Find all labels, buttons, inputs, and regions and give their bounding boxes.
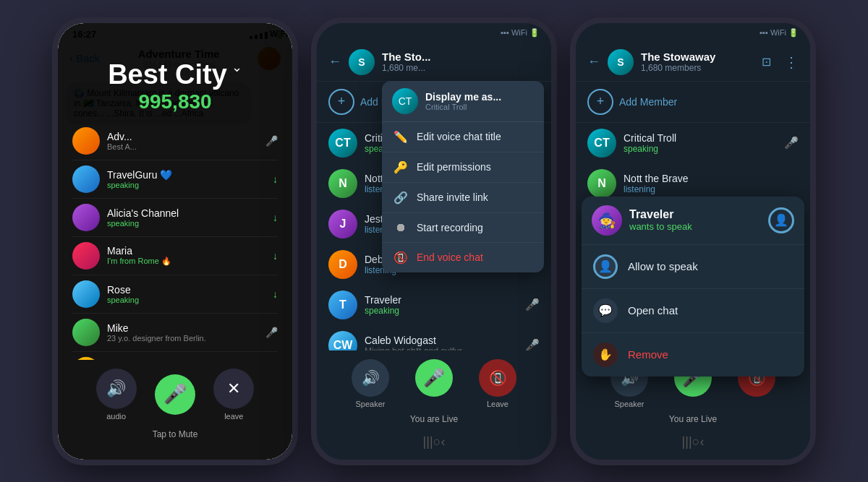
hand-raise-symbol: 👤: [774, 213, 788, 227]
ctx-end-voice-chat[interactable]: 📵 End voice chat: [382, 243, 544, 272]
mic-main-button[interactable]: 🎤: [415, 359, 453, 408]
live-text: You are Live: [669, 414, 717, 424]
ctx-item-label: Start recording: [417, 222, 483, 233]
more-icon[interactable]: ⋮: [784, 53, 799, 71]
link-icon: 🔗: [393, 191, 408, 205]
add-member-icon: +: [587, 89, 613, 115]
tg-back-button[interactable]: ←: [587, 54, 600, 69]
participant-avatar: [72, 319, 100, 346]
audio-button[interactable]: 🔊 audio: [96, 369, 137, 421]
participant-name: Adv...: [107, 131, 265, 142]
remove-icon: ✋: [593, 343, 618, 367]
tg-group-name: The Stowaway: [641, 51, 754, 63]
mic-icon: ↓: [273, 173, 278, 185]
participant-name: Nott the Brave: [624, 173, 799, 184]
participant-info: TravelGuru 💙 speaking: [107, 169, 273, 189]
leave-circle: ✕: [213, 369, 254, 409]
voice-participant: Alicia's Channel speaking ↓: [72, 199, 278, 237]
leave-circle: 📵: [479, 359, 516, 397]
record-icon: ⏺: [393, 221, 408, 234]
chevron-down-icon[interactable]: ⌄: [231, 59, 242, 75]
mic-icon: 🎤: [784, 136, 799, 150]
voice-participant: Rose speaking ↓: [72, 275, 278, 314]
mic-icon: 🎤: [525, 338, 540, 350]
nav-back-btn[interactable]: ‹: [699, 434, 704, 449]
phone2-screen: ▪▪▪ WiFi 🔋 ← S The Sto... 1,680 me... + …: [317, 23, 551, 460]
tg-group-members: 1,680 members: [641, 63, 754, 73]
allow-to-speak-action[interactable]: 👤 Allow to speak: [582, 245, 804, 289]
participant-info: Critical Troll speaking: [624, 132, 777, 154]
mic-main-circle: 🎤: [415, 359, 453, 397]
raise-hand-icon: 👤: [768, 207, 794, 233]
participant-avatar: [72, 165, 100, 193]
tg-participant: T Traveler speaking 🎤: [317, 285, 551, 325]
audio-label: audio: [106, 412, 126, 421]
tg-header: ← S The Stowaway 1,680 members ⊡ ⋮: [576, 43, 810, 82]
remove-action[interactable]: ✋ Remove: [582, 333, 804, 376]
participant-avatar: T: [328, 291, 357, 319]
chat-icon: 💬: [593, 298, 618, 323]
leave-label: Leave: [487, 400, 509, 408]
participant-avatar: N: [328, 169, 357, 198]
participant-name: TravelGuru 💙: [107, 169, 273, 181]
popup-title-info: Traveler wants to speak: [629, 208, 692, 232]
participant-avatar: [72, 127, 100, 155]
participant-info: Maria I'm from Rome 🔥: [107, 245, 273, 266]
live-text: You are Live: [410, 414, 458, 424]
participant-status: speaking: [107, 296, 273, 304]
screen-share-icon[interactable]: ⊡: [762, 55, 771, 69]
participant-info: Traveler speaking: [365, 294, 518, 316]
participant-status: speaking: [107, 181, 273, 189]
tg-participant: CT Critical Troll speaking 🎤: [576, 123, 810, 163]
speaker-circle: 🔊: [352, 359, 389, 397]
popup-user-name: Traveler: [629, 208, 692, 221]
remove-label: Remove: [628, 348, 668, 361]
add-member-text: Add Member: [619, 96, 677, 108]
participant-name: Alicia's Channel: [107, 207, 273, 219]
participant-status: listening: [624, 184, 799, 194]
leave-button[interactable]: 📵 Leave: [479, 359, 516, 408]
mic-icon: ↓: [273, 288, 278, 300]
ctx-item-label: Edit permissions: [417, 161, 491, 173]
city-name: Best City: [108, 59, 227, 90]
tg-add-member[interactable]: + Add Member: [576, 82, 810, 123]
participant-name: Mike: [107, 322, 265, 334]
participant-name: Caleb Widogast: [365, 335, 518, 346]
tg-header-info: The Sto... 1,680 me...: [382, 51, 540, 73]
speaker-button[interactable]: 🔊 Speaker: [352, 359, 389, 408]
voice-participants-list: Adv... Best A... 🎤 TravelGuru 💙 speaking…: [72, 122, 278, 360]
nav-back-btn[interactable]: ‹: [441, 434, 445, 449]
nav-menu-btn[interactable]: |||: [423, 434, 433, 449]
nav-home-btn[interactable]: ○: [692, 434, 700, 449]
tg-participant: CW Caleb Widogast Mixing bat sh*t and su…: [317, 325, 551, 350]
popup-header: 🧙 Traveler wants to speak 👤: [582, 197, 804, 245]
open-chat-label: Open chat: [628, 304, 678, 317]
participant-avatar: CW: [328, 331, 357, 350]
participant-status: I'm from Rome 🔥: [107, 257, 273, 266]
mic-main-button[interactable]: 🎤: [155, 374, 195, 415]
ctx-title-info: Display me as... Critical Troll: [425, 91, 501, 111]
tg-group-name: The Sto...: [382, 51, 540, 63]
ctx-edit-permissions[interactable]: 🔑 Edit permissions: [382, 152, 544, 183]
participant-info: Caleb Widogast Mixing bat sh*t and sulfu…: [365, 335, 518, 350]
phones-container: 16:27 WiFi 🔋 ‹ Back Adventure Time: [0, 0, 868, 482]
tg-back-button[interactable]: ←: [328, 54, 341, 69]
participant-avatar: [72, 204, 100, 231]
edit-icon: ✏️: [393, 130, 408, 144]
nav-menu-btn[interactable]: |||: [682, 434, 692, 449]
nav-home-btn[interactable]: ○: [433, 434, 441, 449]
ctx-edit-title[interactable]: ✏️ Edit voice chat title: [382, 122, 544, 152]
tg-nav-bar: ||| ○ ‹: [653, 429, 733, 455]
audio-circle: 🔊: [96, 369, 137, 409]
phone-1: 16:27 WiFi 🔋 ‹ Back Adventure Time: [52, 17, 298, 465]
participant-info: Nott the Brave listening: [624, 173, 799, 194]
tg-group-members: 1,680 me...: [382, 63, 540, 73]
participant-status: speaking: [624, 144, 777, 154]
leave-button[interactable]: ✕ leave: [213, 369, 254, 421]
participant-avatar: CT: [587, 129, 616, 158]
ctx-subtitle: Critical Troll: [425, 103, 501, 111]
ctx-share-invite[interactable]: 🔗 Share invite link: [382, 183, 544, 213]
ctx-start-recording[interactable]: ⏺ Start recording: [382, 213, 544, 243]
city-count: 995,830: [138, 90, 211, 113]
open-chat-action[interactable]: 💬 Open chat: [582, 289, 804, 333]
